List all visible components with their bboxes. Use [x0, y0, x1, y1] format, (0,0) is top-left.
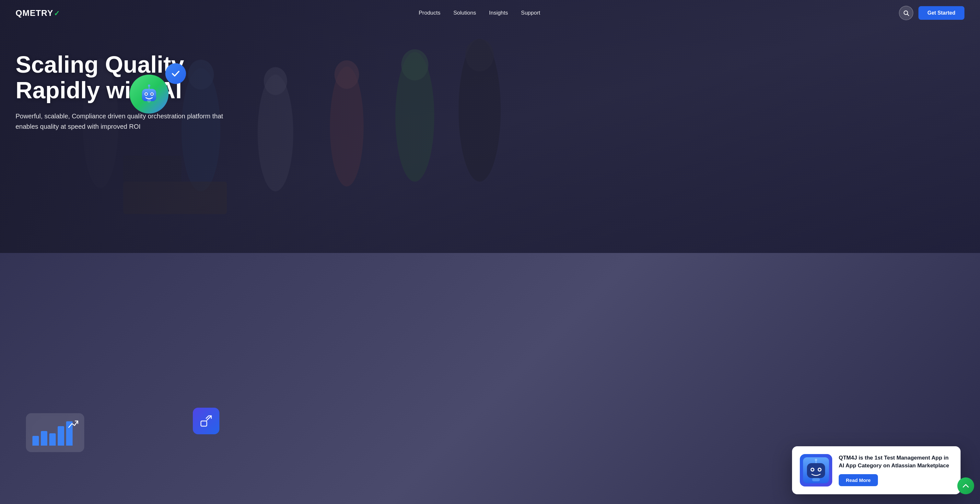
read-more-button[interactable]: Read More	[839, 474, 878, 486]
launch-arrow-icon	[200, 415, 213, 427]
navbar: QMETRY✓ Products Solutions Insights Supp…	[0, 0, 980, 26]
svg-line-28	[207, 416, 211, 420]
logo-text: QMETRY✓	[16, 8, 60, 18]
svg-point-23	[151, 93, 153, 95]
robot-widget	[130, 75, 169, 113]
checkmark-icon	[170, 69, 181, 79]
svg-rect-37	[812, 478, 820, 481]
chart-bar-3	[49, 433, 56, 446]
notification-icon	[800, 454, 832, 486]
search-button[interactable]	[899, 6, 913, 20]
nav-solutions[interactable]: Solutions	[453, 10, 476, 16]
check-badge	[165, 63, 186, 84]
chevron-up-icon	[961, 482, 970, 490]
get-started-button[interactable]: Get Started	[918, 6, 964, 20]
brand-name: QMETRY	[16, 8, 53, 18]
logo[interactable]: QMETRY✓	[16, 8, 60, 18]
chart-bar-2	[41, 431, 47, 446]
nav-links: Products Solutions Insights Support	[419, 10, 540, 16]
nav-insights[interactable]: Insights	[489, 10, 508, 16]
chart-widget	[26, 413, 84, 452]
logo-checkmark: ✓	[54, 10, 60, 18]
nav-support[interactable]: Support	[521, 10, 541, 16]
notification-content: QTM4J is the 1st Test Management App in …	[839, 454, 953, 486]
nav-products[interactable]: Products	[419, 10, 441, 16]
status-dot	[957, 477, 974, 494]
svg-point-26	[147, 99, 151, 102]
arrow-box-widget	[193, 408, 220, 434]
svg-point-22	[145, 93, 147, 95]
notification-card: QTM4J is the 1st Test Management App in …	[792, 446, 961, 494]
hero-subtitle: Powerful, scalable, Compliance driven qu…	[16, 111, 236, 132]
robot-icon	[137, 82, 161, 106]
notification-title: QTM4J is the 1st Test Management App in …	[839, 454, 953, 470]
svg-point-25	[148, 85, 150, 87]
chart-bar-1	[32, 436, 39, 446]
hero-section: Scaling Quality Rapidly with AI Powerful…	[0, 0, 980, 504]
chart-bar-4	[58, 426, 64, 446]
trend-arrow-icon	[67, 418, 79, 432]
svg-point-34	[819, 469, 821, 471]
svg-point-36	[815, 459, 817, 461]
svg-line-1	[907, 14, 909, 16]
nav-actions: Get Started	[899, 6, 964, 20]
svg-point-33	[811, 469, 813, 471]
search-icon	[903, 10, 909, 16]
svg-rect-27	[201, 421, 207, 426]
